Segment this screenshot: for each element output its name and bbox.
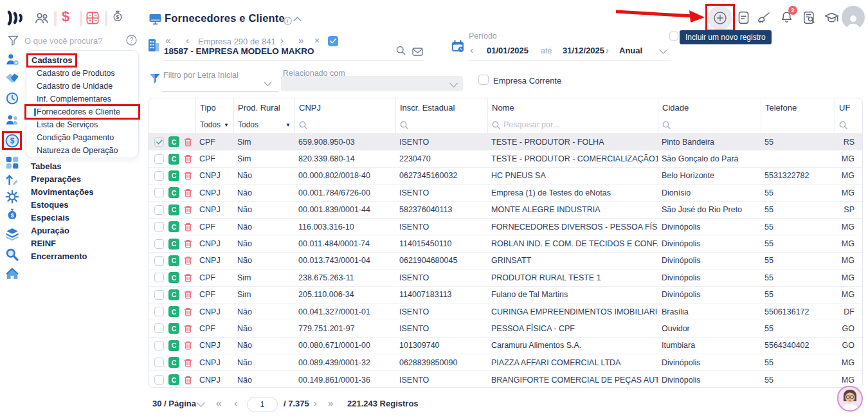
submenu-item-natureza-de-opera-o[interactable]: Natureza de Operação <box>26 144 139 157</box>
supplier-row[interactable]: CCNPJNão00.080.671/0001-00101309740Caram… <box>149 338 862 354</box>
moneybag-module-icon[interactable] <box>111 10 124 26</box>
sidebar-search-input[interactable]: O que você procura? <box>24 36 102 46</box>
record-c-badge[interactable]: C <box>168 306 179 317</box>
initial-letter-chevron-icon[interactable] <box>264 78 272 86</box>
period-mode-chevron-icon[interactable] <box>659 46 667 54</box>
supplier-row[interactable]: CCNPJNão00.013.743/0001-040621904680045G… <box>149 253 862 269</box>
record-c-badge[interactable]: C <box>168 239 179 250</box>
row-checkbox[interactable] <box>154 256 164 266</box>
delete-icon[interactable] <box>184 341 192 350</box>
page-next-button[interactable]: › <box>314 398 317 408</box>
period-checkbox[interactable] <box>669 32 678 41</box>
row-checkbox[interactable] <box>154 375 164 385</box>
period-end-date[interactable]: 31/12/2025 <box>563 46 604 55</box>
audit-log-icon-button[interactable] <box>803 11 816 27</box>
sidebar-section-reinf[interactable]: REINF <box>31 237 140 250</box>
supplier-row[interactable]: CCPFSim238.675.263-11ISENTOPRODUTOR RURA… <box>149 269 862 286</box>
submenu-item-fornecedores-e-cliente[interactable]: Fornecedores e Cliente <box>26 105 139 118</box>
rail-assessment-icon[interactable] <box>5 227 19 241</box>
collapse-header-chevron-icon[interactable] <box>293 17 302 25</box>
help-icon[interactable]: ? <box>126 35 137 48</box>
delete-icon[interactable] <box>184 171 192 180</box>
record-c-badge[interactable]: C <box>168 255 179 266</box>
delete-icon[interactable] <box>184 358 192 367</box>
supplier-row[interactable]: CCPFNão779.751.201-97ISENTOPESSOA FÍSICA… <box>149 320 862 337</box>
submenu-item-cadastro-de-produtos[interactable]: Cadastro de Produtos <box>26 67 139 80</box>
sidebar-section-especiais[interactable]: Especiais <box>31 211 140 224</box>
supplier-row[interactable]: CCPFSim659.908.950-03ISENTOTESTE - PRODU… <box>149 134 862 150</box>
row-checkbox[interactable] <box>154 358 164 367</box>
calculator-module-icon[interactable] <box>86 12 99 27</box>
delete-icon[interactable] <box>184 239 192 248</box>
rail-calculator-icon[interactable] <box>5 156 19 170</box>
row-checkbox[interactable] <box>154 171 164 181</box>
period-mode-select[interactable]: Anual <box>619 46 642 55</box>
sidebar-section-movimenta-es[interactable]: Movimentações <box>31 185 140 198</box>
row-checkbox[interactable] <box>154 188 164 197</box>
row-checkbox[interactable] <box>154 137 164 147</box>
delete-icon[interactable] <box>184 188 192 197</box>
row-checkbox[interactable] <box>154 239 164 249</box>
rail-home-icon[interactable] <box>5 267 19 281</box>
page-input[interactable]: 1 <box>247 397 278 412</box>
page-last-button[interactable]: » <box>328 398 333 408</box>
row-checkbox[interactable] <box>154 307 164 316</box>
supplier-row[interactable]: CCNPJNão00.149.861/0001-36ISENTOBRANGIFO… <box>149 371 862 388</box>
submenu-item-inf-complementares[interactable]: Inf. Complementares <box>26 93 139 105</box>
row-checkbox[interactable] <box>154 222 164 232</box>
period-prev-button[interactable]: ‹ <box>470 45 473 55</box>
uf-search-input[interactable] <box>835 116 863 133</box>
record-c-badge[interactable]: C <box>168 272 179 283</box>
record-c-badge[interactable]: C <box>168 204 179 215</box>
related-with-select[interactable] <box>281 76 463 91</box>
supplier-row[interactable]: CCNPJNão00.089.439/0001-320628839850090P… <box>149 354 862 371</box>
mail-icon[interactable] <box>412 47 423 59</box>
rail-hours-icon[interactable] <box>5 91 19 105</box>
row-checkbox[interactable] <box>154 290 164 300</box>
company-first-button[interactable]: « <box>165 35 170 46</box>
period-start-date[interactable]: 01/01/2025 <box>487 46 529 55</box>
row-checkbox[interactable] <box>154 154 164 164</box>
broom-icon-button[interactable] <box>756 11 771 27</box>
supplier-row[interactable]: CCNPJNão00.011.484/0001-74114015450110RO… <box>149 235 862 252</box>
supplier-row[interactable]: CCNPJNão00.001.784/6726-00ISENTOEmpresa … <box>149 185 862 201</box>
rail-registrations-icon[interactable] <box>5 53 19 67</box>
company-search-icon[interactable] <box>396 46 406 58</box>
cnpj-search-input[interactable] <box>294 116 395 133</box>
delete-icon[interactable] <box>184 324 192 333</box>
rail-partners-icon[interactable] <box>5 71 19 85</box>
supplier-row[interactable]: CCNPJNão00.000.802/0018-400627345160032H… <box>149 168 862 185</box>
record-c-badge[interactable]: C <box>168 289 179 300</box>
sidebar-section-estoques[interactable]: Estoques <box>31 198 140 211</box>
sidebar-section-encerramento[interactable]: Encerramento <box>31 250 140 262</box>
supplier-row[interactable]: CCPFNão116.003.316-10ISENTOFORNECEDORES … <box>149 219 862 235</box>
sidebar-section-tabelas[interactable]: Tabelas <box>31 159 140 172</box>
record-c-badge[interactable]: C <box>168 136 179 147</box>
delete-icon[interactable] <box>184 223 192 232</box>
record-c-badge[interactable]: C <box>168 357 179 368</box>
rail-stocks-icon[interactable]: $ <box>5 208 19 222</box>
initial-letter-underline[interactable] <box>162 91 278 92</box>
row-checkbox[interactable] <box>154 341 164 350</box>
company-clear-button[interactable]: × <box>314 35 320 46</box>
supplier-row[interactable]: CCNPJNão00.041.327/0001-01ISENTOCURINGA … <box>149 304 862 320</box>
delete-icon[interactable] <box>184 273 192 282</box>
delete-icon[interactable] <box>184 256 192 265</box>
per-page-chevron-icon[interactable] <box>197 399 205 407</box>
delete-icon[interactable] <box>184 307 192 316</box>
company-last-button[interactable]: » <box>298 35 303 46</box>
record-c-badge[interactable]: C <box>168 187 179 198</box>
supplier-row[interactable]: CCPFSim820.339.680-142230470TESTE - PROD… <box>149 150 862 167</box>
submenu-item-lista-de-servi-os[interactable]: Lista de Serviços <box>26 118 139 131</box>
period-next-button[interactable]: › <box>606 45 609 55</box>
education-icon-button[interactable] <box>824 12 839 27</box>
delete-icon[interactable] <box>184 205 192 214</box>
rail-preparations-icon[interactable] <box>5 172 19 186</box>
record-c-badge[interactable]: C <box>168 374 179 385</box>
supplier-row[interactable]: CCPFSim205.110.006-34114007183113Fulano … <box>149 287 862 304</box>
finance-module-icon[interactable]: $ <box>62 8 69 25</box>
page-first-button[interactable]: « <box>216 398 221 408</box>
rail-search-icon[interactable] <box>5 248 19 262</box>
info-icon[interactable] <box>284 16 292 28</box>
submenu-item-cadastro-de-unidade[interactable]: Cadastro de Unidade <box>26 80 139 93</box>
